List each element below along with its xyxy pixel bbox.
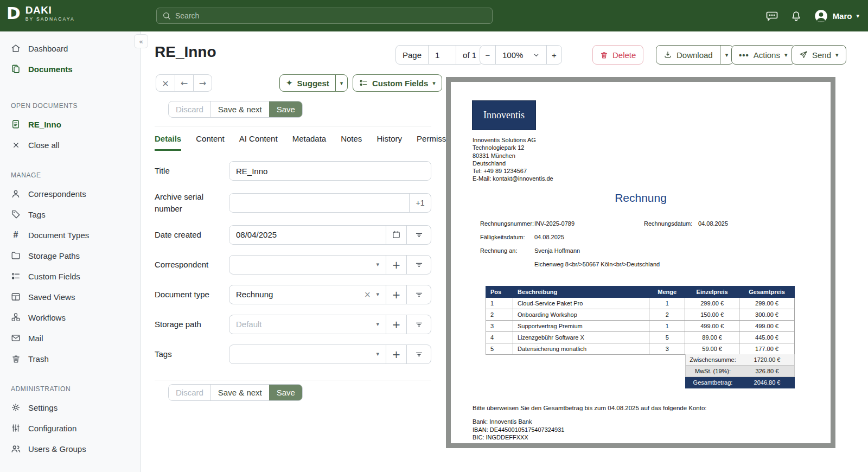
date-created-input[interactable] [229,226,386,244]
correspondent-add-button[interactable]: + [386,256,406,274]
storage-path-placeholder: Default [236,320,262,329]
delete-button[interactable]: Delete [592,45,643,65]
send-button[interactable]: Send ▾ [792,45,846,65]
tags-filter-button[interactable] [406,345,431,363]
chat-icon[interactable] [765,9,778,22]
storage-path-add-button[interactable]: + [386,315,406,334]
save-and-next-button[interactable]: Save & next [210,101,269,117]
sidebar-item-users-groups[interactable]: Users & Groups [0,438,141,459]
sidebar-item-mail[interactable]: Mail [0,328,141,348]
grand-total-row: Gesamtbetrag: 2046.80 € [685,377,795,388]
caret-down-icon: ▾ [376,261,379,268]
sidebar-item-documents[interactable]: Documents [0,59,141,79]
save-button[interactable]: Save [269,385,302,400]
document-type-filter-button[interactable] [406,285,431,304]
next-document-button[interactable]: → [193,75,212,91]
due-date-label: Fälligkeitsdatum: [480,234,525,240]
custom-fields-icon [11,271,21,281]
sidebar-collapse-button[interactable]: « [134,34,148,48]
download-split-button: Download ▾ [656,45,733,65]
zoom-in-button[interactable]: + [546,46,561,64]
discard-button[interactable]: Discard [169,101,210,117]
title-input[interactable] [229,162,431,180]
chevron-down-icon [533,52,540,59]
sidebar-item-settings[interactable]: Settings [0,397,141,418]
form-row-document-type: Document type Rechnung × ▾ + [155,285,431,304]
correspondent-filter-button[interactable] [406,256,431,274]
sidebar-item-trash[interactable]: Trash [0,348,141,369]
invoice-title: Rechnung [451,192,831,205]
save-button[interactable]: Save [269,101,302,117]
notifications-bell-icon[interactable] [790,10,802,22]
tags-select[interactable]: ▾ [229,345,386,363]
discard-button[interactable]: Discard [169,385,210,400]
tab-details[interactable]: Details [155,134,181,151]
sidebar-item-custom-fields[interactable]: Custom Fields [0,266,141,286]
sidebar-item-document-types[interactable]: # Document Types [0,225,141,245]
sidebar-item-label: Workflows [28,313,66,322]
document-type-add-button[interactable]: + [386,285,406,304]
correspondent-select[interactable]: ▾ [229,256,386,274]
download-button[interactable]: Download [656,46,720,64]
save-and-next-button[interactable]: Save & next [210,385,269,400]
bill-to-name: Svenja Hoffmann [534,247,580,254]
sidebar-item-correspondents[interactable]: Correspondents [0,183,141,204]
user-menu[interactable]: Maro ▾ [814,9,859,23]
search-icon [162,11,171,20]
subtotal-value: 1720.00 € [740,356,794,363]
tags-add-button[interactable]: + [386,345,406,363]
sidebar-item-tags[interactable]: Tags [0,204,141,225]
previous-document-button[interactable]: ← [175,75,193,91]
invoice-logo: Innoventis [472,100,536,130]
arrow-left-icon: ← [181,78,188,88]
sidebar-item-dashboard[interactable]: Dashboard [0,38,141,59]
tab-history[interactable]: History [376,134,402,151]
sidebar-item-label: Document Types [28,231,89,240]
delete-button-label: Delete [612,50,636,60]
user-name: Maro [833,11,852,21]
sidebar-section-open-documents: OPEN DOCUMENTS [0,102,141,110]
company-line: Deutschland [473,160,553,167]
sidebar-item-saved-views[interactable]: Saved Views [0,286,141,307]
storage-path-select[interactable]: Default ▾ [229,315,386,334]
sidebar-item-label: Close all [28,141,60,150]
document-preview-pane[interactable]: Innoventis Innoventis Solutions AG Techn… [446,77,835,448]
tab-notes[interactable]: Notes [341,134,362,151]
suggest-caret-button[interactable]: ▾ [335,75,348,91]
home-icon [11,43,21,53]
tax-row: MwSt. (19%): 326.80 € [685,366,795,377]
zoom-out-button[interactable]: − [480,46,495,64]
brand[interactable]: D DAKI BY SADNACAYA [7,4,75,22]
calendar-button[interactable] [386,226,406,244]
sidebar-item-close-all[interactable]: Close all [0,135,141,155]
form-row-tags: Tags ▾ + [155,345,431,364]
zoom-level-select[interactable]: 100% [495,46,546,64]
global-search[interactable] [156,8,493,24]
suggest-button[interactable]: ✦ Suggest [280,75,335,91]
bank-line: IBAN: DE44500105175407324931 [473,426,564,434]
close-document-button[interactable]: × [156,75,175,91]
sidebar-item-workflows[interactable]: Workflows [0,307,141,328]
tab-content[interactable]: Content [196,134,225,151]
actions-button[interactable]: ••• Actions ▾ [731,45,795,65]
sidebar-item-label: Dashboard [28,44,68,53]
sidebar-item-label: Users & Groups [28,444,86,454]
custom-fields-button[interactable]: Custom Fields ▾ [353,75,442,91]
sidebar-item-configuration[interactable]: Configuration [0,418,141,438]
workflows-icon [11,312,21,322]
sparkle-icon: ✦ [286,79,293,87]
col-description: Beschreibung [513,286,649,298]
document-type-select[interactable]: Rechnung × ▾ [229,285,386,304]
storage-path-filter-button[interactable] [406,315,431,334]
search-input[interactable] [175,11,487,20]
asn-input[interactable] [229,194,409,212]
tab-ai-content[interactable]: AI Content [239,134,278,151]
table-row: 4Lizenzgebühr Software X589.00 €445.00 € [486,332,795,343]
sidebar-item-storage-paths[interactable]: Storage Paths [0,245,141,266]
sidebar-item-open-document[interactable]: RE_Inno [0,114,141,135]
tab-metadata[interactable]: Metadata [292,134,327,151]
date-filter-button[interactable] [406,226,431,244]
page-number-input[interactable] [435,50,449,60]
clear-icon[interactable]: × [364,290,371,299]
asn-increment-button[interactable]: +1 [409,194,431,212]
